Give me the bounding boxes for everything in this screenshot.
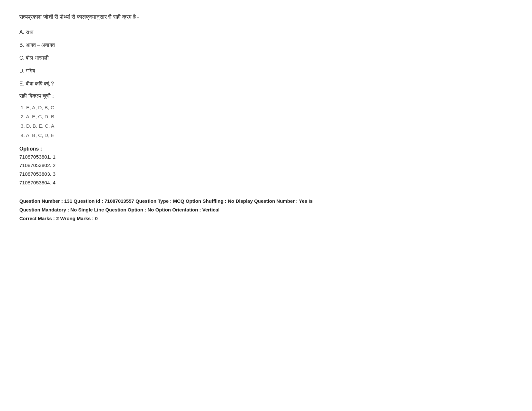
option-code-4-code: 71087053804. [19,180,53,185]
option-code-3: 71087053803. 3 [19,170,513,178]
option-code-4: 71087053804. 4 [19,179,513,187]
option-code-3-code: 71087053803. [19,171,53,177]
option-e-label: E. [19,81,26,86]
option-code-3-value: 3 [53,171,55,177]
answer-option-3-value: D, B, E, C, A [26,123,54,129]
option-d: D. गांगेय [19,67,513,75]
meta-line1: Question Number : 131 Question Id : 7108… [19,197,513,205]
option-d-value: गांगेय [26,68,35,73]
select-label: सही विकल्प चुणौ : [19,93,513,99]
option-a-value: राधा [26,29,34,35]
answer-option-2-number: 2. [21,114,26,119]
option-b-value: आगत – अणागत [26,42,55,48]
answer-option-4-value: A, B, C, D, E [26,132,54,138]
question-meta: Question Number : 131 Question Id : 7108… [19,197,513,223]
question-container: सत्यप्रकाश जोशी री पोथ्यां रौ कालक्रमानु… [19,13,513,223]
option-b: B. आगत – अणागत [19,41,513,49]
answer-option-4: 4. A, B, C, D, E [21,132,513,140]
answer-option-4-number: 4. [21,132,26,138]
option-code-4-value: 4 [53,180,55,185]
answer-option-1-value: E, A, D, B, C [26,105,54,110]
option-code-2: 71087053802. 2 [19,161,513,170]
option-a-label: A. [19,29,26,35]
answer-option-3-number: 3. [21,123,26,129]
option-code-1-code: 71087053801. [19,154,53,160]
answer-option-2: 2. A, E, C, D, B [21,113,513,121]
options-section: Options : 71087053801. 1 71087053802. 2 … [19,146,513,187]
option-code-2-value: 2 [53,162,55,168]
option-a: A. राधा [19,28,513,36]
meta-line2: Question Mandatory : No Single Line Ques… [19,205,513,214]
answer-option-2-value: A, E, C, D, B [26,114,54,119]
option-b-label: B. [19,42,26,48]
option-c-label: C. [19,55,26,61]
option-d-label: D. [19,68,26,73]
meta-line3: Correct Marks : 2 Wrong Marks : 0 [19,214,513,223]
answer-option-1: 1. E, A, D, B, C [21,104,513,112]
question-text: सत्यप्रकाश जोशी री पोथ्यां रौ कालक्रमानु… [19,13,513,21]
option-c-value: बोल भारमली [26,55,48,61]
answer-option-1-number: 1. [21,105,26,110]
answer-options: 1. E, A, D, B, C 2. A, E, C, D, B 3. D, … [19,104,513,140]
option-code-1-value: 1 [53,154,55,160]
option-c: C. बोल भारमली [19,54,513,62]
option-e: E. दीवा कांपै क्यूं ? [19,80,513,88]
option-e-value: दीवा कांपै क्यूं ? [26,81,54,86]
option-code-2-code: 71087053802. [19,162,53,168]
answer-option-3: 3. D, B, E, C, A [21,122,513,130]
option-code-1: 71087053801. 1 [19,153,513,161]
options-label: Options : [19,146,513,152]
